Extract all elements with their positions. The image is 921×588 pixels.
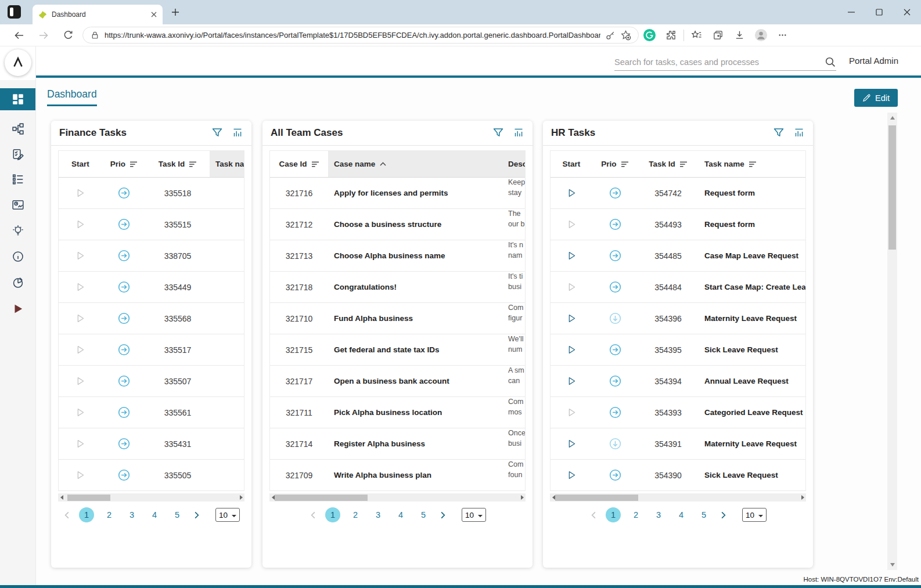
table-row[interactable]: 321714Register Alpha businessOncebusi	[270, 428, 525, 460]
scrollbar-thumb[interactable]	[67, 495, 110, 501]
table-row[interactable]: 321716Apply for licenses and permitsKeep…	[270, 178, 525, 209]
back-button[interactable]	[7, 30, 31, 41]
page-scrollbar[interactable]	[887, 113, 897, 570]
table-row[interactable]: 335561	[59, 397, 244, 428]
table-row[interactable]: 321713Choose Alpha business nameIt's nna…	[270, 240, 525, 272]
sidebar-item-statistics[interactable]	[0, 272, 35, 294]
page-button-5[interactable]: 5	[416, 507, 431, 522]
start-task-button[interactable]	[75, 345, 85, 355]
start-task-button[interactable]	[567, 251, 577, 261]
start-task-button[interactable]	[567, 282, 577, 292]
global-search[interactable]	[614, 53, 836, 71]
prev-page-button[interactable]	[63, 511, 71, 520]
scrollbar-thumb[interactable]	[888, 125, 896, 250]
next-page-button[interactable]	[192, 511, 201, 520]
page-button-3[interactable]: 3	[370, 507, 386, 522]
column-header-prio[interactable]: Prio	[592, 151, 638, 177]
page-size-select[interactable]: 10	[742, 508, 767, 522]
start-task-button[interactable]	[567, 376, 577, 386]
column-header-start[interactable]: Start	[551, 151, 592, 177]
next-page-button[interactable]	[719, 511, 728, 520]
maximize-button[interactable]	[865, 0, 893, 24]
column-header-task-name[interactable]: Task name	[699, 151, 805, 177]
chart-icon[interactable]	[232, 127, 243, 139]
page-button-3[interactable]: 3	[651, 507, 666, 522]
profile-avatar[interactable]	[750, 28, 772, 42]
dashboard-tab[interactable]: Dashboard	[47, 88, 97, 106]
start-task-button[interactable]	[567, 188, 577, 198]
start-task-button[interactable]	[75, 251, 85, 261]
page-button-3[interactable]: 3	[124, 507, 139, 522]
sidebar-item-info[interactable]	[0, 246, 35, 268]
scroll-right-icon[interactable]	[238, 493, 244, 502]
table-row[interactable]: 354493Request form	[551, 209, 805, 240]
chart-icon[interactable]	[513, 127, 524, 139]
table-row[interactable]: 335517	[59, 334, 244, 366]
next-page-button[interactable]	[438, 511, 447, 520]
table-row[interactable]: 321711Pick Alpha business locationCommos	[270, 397, 525, 428]
start-task-button[interactable]	[75, 282, 85, 292]
table-row[interactable]: 321710Fund Alpha businessComfigur	[270, 303, 525, 334]
table-row[interactable]: 321712Choose a business structureTheour …	[270, 209, 525, 240]
start-task-button[interactable]	[567, 313, 577, 323]
scroll-right-icon[interactable]	[519, 493, 526, 502]
collections-icon[interactable]	[707, 30, 729, 41]
sidebar-item-dashboard[interactable]	[0, 88, 35, 110]
scroll-up-icon[interactable]	[887, 116, 897, 120]
page-size-select[interactable]: 10	[215, 508, 240, 522]
table-row[interactable]: 354393Categoried Leave Request	[551, 397, 805, 428]
grammarly-icon[interactable]	[639, 29, 660, 41]
sidebar-item-tasks[interactable]	[0, 143, 35, 165]
minimize-button[interactable]	[837, 0, 865, 24]
sidebar-item-start[interactable]	[0, 298, 35, 320]
download-icon[interactable]	[729, 30, 750, 41]
table-row[interactable]: 321715Get federal and state tax IDsWe'll…	[270, 334, 525, 366]
table-row[interactable]: 335568	[59, 303, 244, 334]
horizontal-scrollbar[interactable]	[550, 493, 806, 502]
table-row[interactable]: 335505	[59, 460, 244, 491]
table-row[interactable]: 354395Sick Leave Request	[551, 334, 805, 366]
horizontal-scrollbar[interactable]	[269, 493, 526, 502]
start-task-button[interactable]	[75, 439, 85, 449]
page-button-4[interactable]: 4	[147, 507, 162, 522]
table-row[interactable]: 354396Maternity Leave Request	[551, 303, 805, 334]
refresh-button[interactable]	[56, 30, 80, 41]
start-task-button[interactable]	[567, 407, 577, 417]
new-tab-button[interactable]	[171, 8, 180, 19]
column-header-task-id[interactable]: Task Id	[638, 151, 699, 177]
edit-dashboard-button[interactable]: Edit	[854, 89, 898, 107]
page-button-4[interactable]: 4	[674, 507, 689, 522]
page-button-1[interactable]: 1	[606, 507, 621, 522]
page-button-4[interactable]: 4	[393, 507, 408, 522]
start-task-button[interactable]	[75, 188, 85, 198]
scroll-left-icon[interactable]	[58, 493, 65, 502]
tab-close-icon[interactable]	[151, 12, 157, 17]
browser-menu-icon[interactable]	[772, 30, 793, 41]
table-row[interactable]: 321709Write Alpha business planComfoun	[270, 460, 525, 491]
start-task-button[interactable]	[567, 345, 577, 355]
sidebar-item-processes[interactable]	[0, 118, 35, 140]
scrollbar-thumb[interactable]	[275, 495, 368, 501]
table-row[interactable]: 335431	[59, 428, 244, 460]
filter-icon[interactable]	[211, 127, 223, 139]
start-task-button[interactable]	[567, 470, 577, 480]
column-header-case-id[interactable]: Case Id	[270, 151, 328, 177]
column-header-prio[interactable]: Prio	[102, 151, 146, 177]
start-task-button[interactable]	[75, 376, 85, 386]
axonivy-logo[interactable]	[5, 49, 31, 76]
filter-icon[interactable]	[492, 127, 504, 139]
start-task-button[interactable]	[75, 470, 85, 480]
sidebar-item-report[interactable]	[0, 194, 35, 216]
table-row[interactable]: 321718Congratulations!It's tibusi	[270, 272, 525, 303]
page-button-5[interactable]: 5	[696, 507, 711, 522]
column-header-start[interactable]: Start	[59, 151, 102, 177]
search-input[interactable]	[614, 57, 821, 67]
column-header-task-name[interactable]: Task name	[210, 151, 244, 177]
horizontal-scrollbar[interactable]	[58, 493, 244, 502]
favorites-bar-icon[interactable]	[686, 30, 707, 41]
table-row[interactable]: 354390Sick Leave Request	[551, 460, 805, 491]
start-task-button[interactable]	[567, 439, 577, 449]
url-bar[interactable]: https://trunk-wawa.axonivy.io/Portal/fac…	[82, 27, 639, 44]
favorite-star-add-icon[interactable]	[620, 30, 631, 41]
table-row[interactable]: 354391Maternity Leave Request	[551, 428, 805, 460]
